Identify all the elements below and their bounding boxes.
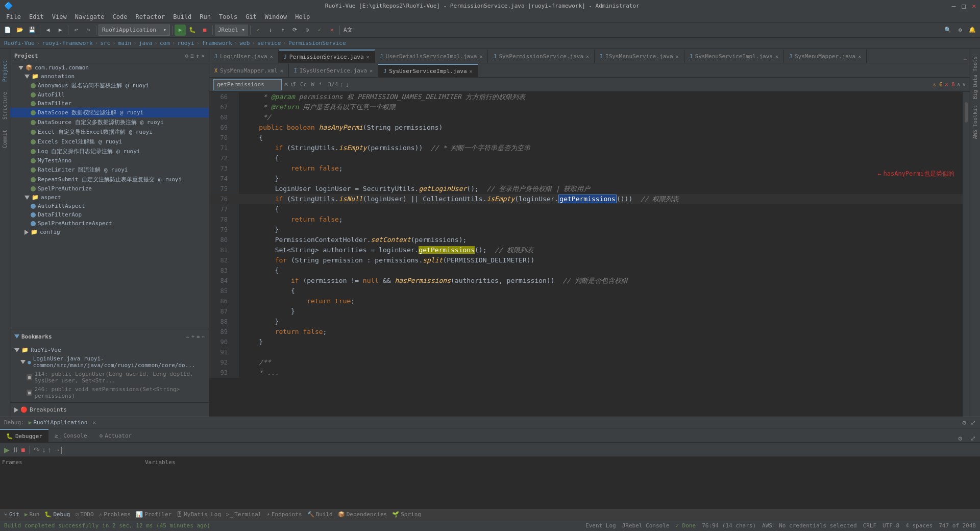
profiler-btn[interactable]: 📊 Profiler xyxy=(134,511,174,518)
code-area[interactable]: 66 * @param permissions 权 PERMISSION_NAM… xyxy=(209,92,963,417)
tab-userdetails[interactable]: J UserDetailsServiceImpl.java ✕ xyxy=(375,50,488,63)
run-button[interactable]: ▶ xyxy=(175,25,186,36)
tree-item-spelpreauthorizeaspect[interactable]: SpelPreAuthorizeAspect xyxy=(10,219,209,228)
debugger-tab[interactable]: 🐛 Debugger xyxy=(0,429,48,442)
indent-status[interactable]: 4 spaces xyxy=(905,522,933,529)
debug-close[interactable]: ✕ xyxy=(92,419,96,426)
bc-service[interactable]: service xyxy=(257,40,281,46)
open-button[interactable]: 📂 xyxy=(14,25,26,36)
tree-item-autofillaspect[interactable]: AutoFillAspect xyxy=(10,202,209,210)
bc-src[interactable]: src xyxy=(100,40,110,46)
save-button[interactable]: 💾 xyxy=(27,25,38,36)
close-button[interactable]: ✕ xyxy=(972,2,976,10)
tree-item-datafilteraop[interactable]: DataFilterAop xyxy=(10,210,209,219)
tree-item-autofill[interactable]: AutoFill xyxy=(10,90,209,99)
build-btn[interactable]: 🔨 Build xyxy=(305,511,335,518)
bookmark-line114[interactable]: ■ 114: public LoginUser(Long userId, Lon… xyxy=(10,370,209,385)
tree-item-annotation[interactable]: 📁 annotation xyxy=(10,72,209,81)
forward-button[interactable]: ▶ xyxy=(55,25,66,36)
console-tab[interactable]: ≥_ Console xyxy=(48,429,93,442)
structure-tab[interactable]: Structure xyxy=(1,89,9,123)
pause-button[interactable]: ⏸ xyxy=(12,446,19,454)
window-controls[interactable]: — □ ✕ xyxy=(952,2,976,10)
undo-button[interactable]: ↩ xyxy=(70,25,82,36)
tab-close[interactable]: ✕ xyxy=(470,68,473,74)
tab-close[interactable]: ✕ xyxy=(479,54,482,59)
bookmark-ruoyi-vue[interactable]: 📁 RuoYi-Vue xyxy=(10,346,209,354)
menu-git[interactable]: Git xyxy=(241,12,261,21)
tab-close[interactable]: ✕ xyxy=(280,68,283,74)
tab-syspermission[interactable]: J SysPermissionService.java ✕ xyxy=(488,50,595,63)
tab-close[interactable]: ✕ xyxy=(270,54,273,59)
menu-navigate[interactable]: Navigate xyxy=(71,12,109,21)
menu-refactor[interactable]: Refactor xyxy=(131,12,169,21)
back-button[interactable]: ◀ xyxy=(42,25,54,36)
run-to-cursor-button[interactable]: →| xyxy=(53,446,62,454)
tree-item-log[interactable]: Log 自定义操作日志记录注解 @ ruoyi xyxy=(10,147,209,156)
more-tabs-button[interactable]: ⋯ xyxy=(960,56,970,63)
bc-java[interactable]: java xyxy=(139,40,153,46)
git-update[interactable]: ↓ xyxy=(265,25,276,36)
warnings-down[interactable]: ∨ xyxy=(962,81,966,88)
tab-close[interactable]: ✕ xyxy=(586,54,589,59)
menu-window[interactable]: Window xyxy=(261,12,291,21)
debug-app-name[interactable]: ▶ RuoYiApplication xyxy=(29,419,88,426)
close-search-button[interactable]: ✕ xyxy=(284,81,288,88)
stop-button[interactable]: ■ xyxy=(199,25,210,36)
tree-item-anonymous[interactable]: Anonymous 匿名访问不鉴权注解 @ ruoyi xyxy=(10,81,209,90)
tab2-sysmenumapperxml[interactable]: X SysMenuMapper.xml ✕ xyxy=(209,64,289,77)
step-out-button[interactable]: ↑ xyxy=(47,446,51,454)
menu-tools[interactable]: Tools xyxy=(215,12,241,21)
bookmarks-options[interactable]: ⋯ xyxy=(202,334,205,340)
endpoints-btn[interactable]: ⚡ Endpoints xyxy=(264,511,304,518)
tree-item-repeatsubmit[interactable]: RepeatSubmit 自定义注解防止表单重复提交 @ ruoyi xyxy=(10,175,209,184)
debug-settings-icon[interactable]: ⚙ xyxy=(962,419,966,426)
bookmark-line246[interactable]: ■ 246: public void setPermissions(Set<St… xyxy=(10,385,209,400)
jrebel-dropdown[interactable]: JRebel ▾ xyxy=(215,25,248,36)
tab-permissionservice[interactable]: J PermissionService.java ✕ xyxy=(279,50,375,63)
sidebar-settings[interactable]: ⚙ xyxy=(185,53,189,59)
tree-item-config[interactable]: 📁 config xyxy=(10,228,209,236)
aws-status[interactable]: AWS: No credentials selected xyxy=(762,522,856,529)
tab2-isysuserservice[interactable]: I ISysUserService.java ✕ xyxy=(289,64,379,77)
bookmark-loginuser[interactable]: ● LoginUser.java ruoyi-common/src/main/j… xyxy=(10,354,209,370)
debug-toolbar-settings[interactable]: ⚙ xyxy=(954,435,966,442)
tree-item-ratelimiter[interactable]: RateLimiter 限流注解 @ ruoyi xyxy=(10,165,209,175)
translate-button[interactable]: A文 xyxy=(342,25,354,36)
aws-tab[interactable]: AWS Toolkit xyxy=(971,102,979,142)
run-btn[interactable]: ▶ Run xyxy=(22,511,42,518)
run-config-dropdown[interactable]: RuoYiApplication ▾ xyxy=(99,25,170,36)
prev-match-button[interactable]: ↺ xyxy=(290,81,296,88)
stop-debug-button[interactable]: ■ xyxy=(21,446,25,454)
search-input[interactable] xyxy=(217,81,278,88)
menu-code[interactable]: Code xyxy=(109,12,132,21)
warnings-up[interactable]: ∧ xyxy=(957,81,961,88)
bookmarks-layout[interactable]: ≡ xyxy=(197,334,200,340)
toolbar-done[interactable]: ✓ xyxy=(314,25,325,36)
match-down-button[interactable]: ↓ xyxy=(346,81,349,88)
git-rollback[interactable]: ⟳ xyxy=(289,25,301,36)
step-over-button[interactable]: ↷ xyxy=(34,446,40,454)
debug-maximize-icon[interactable]: ⤢ xyxy=(970,419,976,426)
bc-framework-dir[interactable]: framework xyxy=(202,40,232,46)
bc-framework[interactable]: ruoyi-framework xyxy=(42,40,92,46)
todo-btn[interactable]: ☑ TODO xyxy=(74,511,96,518)
bc-com[interactable]: com xyxy=(160,40,170,46)
tree-item-datasource[interactable]: DataSource 自定义多数据源切换注解 @ ruoyi xyxy=(10,117,209,127)
sidebar-layout[interactable]: ≡ xyxy=(190,53,194,59)
tab-close[interactable]: ✕ xyxy=(676,54,679,59)
search-everywhere[interactable]: 🔍 xyxy=(942,25,953,36)
tree-item-aspect[interactable]: 📁 aspect xyxy=(10,193,209,202)
tree-item-com-ruoyi-common[interactable]: 📦 com.ruoyi.common xyxy=(10,63,209,72)
minimize-button[interactable]: — xyxy=(952,2,956,10)
debug-toolbar-expand[interactable]: ⤢ xyxy=(966,435,980,442)
tab-isysmenu[interactable]: I ISysMenuService.java ✕ xyxy=(595,50,684,63)
tree-item-excels[interactable]: Excels Excel注解集 @ ruoyi xyxy=(10,137,209,147)
terminal-btn[interactable]: >_ Terminal xyxy=(224,511,263,518)
menu-file[interactable]: File xyxy=(2,12,25,21)
bookmarks-add[interactable]: + xyxy=(191,334,194,340)
spring-btn[interactable]: 🌱 Spring xyxy=(390,511,423,518)
tab-close[interactable]: ✕ xyxy=(366,54,370,60)
tab-sysmenuimpl[interactable]: J SysMenuServiceImpl.java ✕ xyxy=(684,50,784,63)
tree-item-excel[interactable]: Excel 自定义导出Excel数据注解 @ ruoyi xyxy=(10,127,209,137)
